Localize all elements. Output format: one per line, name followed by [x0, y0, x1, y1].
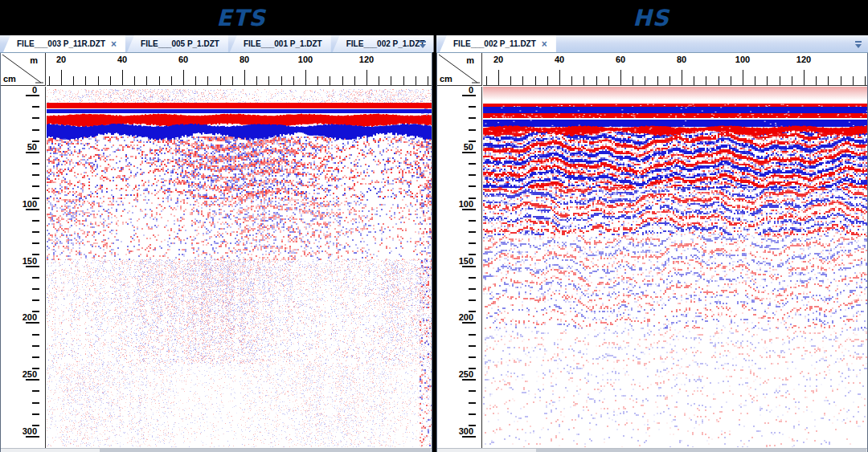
ruler-tick [469, 288, 476, 290]
scrollbar-thumb[interactable] [536, 449, 866, 452]
ruler-tick [583, 76, 584, 85]
ruler-tick [469, 220, 476, 222]
ruler-tick [379, 76, 379, 85]
ruler-tick [755, 76, 755, 85]
ruler-tick [49, 76, 50, 85]
radargram-canvas[interactable] [47, 87, 432, 447]
ruler-tick [469, 174, 476, 176]
ruler-tick [804, 70, 805, 85]
ruler-label: 80 [232, 55, 256, 64]
ruler-tick [767, 76, 768, 85]
ruler-tick [32, 356, 39, 358]
ruler-tick [559, 70, 560, 85]
vertical-unit-label: cm [440, 74, 452, 83]
radargram-canvas[interactable] [483, 87, 867, 447]
ruler-tick [853, 76, 854, 85]
tab-label: FILE___002 P_1.DZT [346, 39, 425, 48]
tab-label: FILE___005 P_1.DZT [141, 39, 219, 48]
ruler-corner: m cm [437, 53, 482, 86]
ruler-tick [620, 70, 621, 85]
tab-file-003-p-11r-dzt[interactable]: FILE___003 P_11R.DZT× [3, 35, 125, 52]
horizontal-ruler: 20406080100120 [47, 53, 432, 86]
ruler-label: 150 [1, 256, 37, 266]
ruler-tick [32, 220, 39, 222]
ruler-label: 150 [437, 256, 473, 266]
ruler-tick [207, 76, 208, 85]
ruler-tick [61, 70, 62, 85]
ruler-tick [469, 117, 476, 119]
tab-overflow-icon[interactable] [854, 41, 862, 49]
ruler-tick [232, 76, 233, 85]
ruler-label: 60 [608, 55, 633, 64]
ruler-tick [462, 322, 476, 324]
vertical-ruler: 050100150200250300 [437, 87, 482, 448]
ruler-tick [32, 299, 39, 301]
ruler-tick [469, 345, 476, 347]
overflow-bar [855, 41, 862, 43]
ruler-tick [73, 76, 74, 85]
vertical-ruler: 050100150200250300 [1, 87, 46, 448]
ruler-tick [146, 76, 147, 85]
ruler-label: 100 [293, 55, 317, 64]
scrollbar-thumb[interactable] [100, 449, 431, 452]
ruler-tick [110, 76, 111, 85]
horizontal-unit-label: m [466, 55, 474, 65]
ruler-tick [32, 345, 39, 347]
ruler-tick [469, 185, 476, 187]
ruler-tick [32, 277, 39, 279]
ruler-tick [469, 334, 476, 336]
panel-label-ets: ETS [216, 5, 265, 31]
tab-close-icon[interactable]: × [111, 40, 117, 48]
tab-file-002-p-11-dzt[interactable]: FILE___002 P_11.DZT× [440, 35, 556, 52]
horizontal-scrollbar[interactable] [1, 448, 432, 452]
ruler-tick [26, 209, 39, 210]
ruler-tick [32, 242, 39, 244]
horizontal-ruler: 20406080100120 [483, 53, 867, 86]
ruler-label: 300 [1, 426, 37, 436]
radargram-viewport[interactable] [47, 87, 432, 448]
ruler-tick [32, 413, 39, 415]
ruler-tick [706, 76, 706, 85]
tab-label: FILE___001 P_1.DZT [244, 39, 322, 48]
ruler-tick [469, 231, 476, 233]
ruler-tick [792, 76, 792, 85]
ruler-tick [428, 76, 428, 85]
tab-file-001-p-1-dzt[interactable]: FILE___001 P_1.DZT [230, 35, 331, 52]
ruler-tick [293, 76, 294, 85]
ruler-tick [366, 70, 367, 85]
gpr-panel-ets: FILE___003 P_11R.DZT×FILE___005 P_1.DZTF… [0, 35, 432, 452]
tab-close-icon[interactable]: × [542, 40, 547, 48]
tab-file-005-p-1-dzt[interactable]: FILE___005 P_1.DZT [127, 35, 228, 52]
ruler-tick [32, 117, 39, 119]
ruler-tick [780, 76, 780, 85]
ruler-tick [32, 334, 39, 336]
overflow-bar [420, 41, 426, 43]
ruler-label: 60 [171, 55, 195, 64]
radargram-viewport[interactable] [483, 87, 867, 448]
ruler-tick [633, 76, 633, 85]
ruler-tick [469, 390, 476, 392]
gpr-panel-hs: FILE___002 P_11.DZT× m cm 20406080100120… [436, 35, 868, 452]
ruler-tick [841, 76, 841, 85]
ruler-label: 80 [669, 55, 694, 64]
ruler-tick [571, 76, 572, 85]
ruler-label: 200 [437, 312, 473, 322]
ruler-tick [195, 76, 196, 85]
ruler-tick [98, 76, 99, 85]
ruler-label: 0 [437, 87, 473, 95]
ruler-label: 250 [437, 369, 473, 379]
tab-overflow-icon[interactable] [419, 41, 427, 49]
ruler-tick [462, 266, 476, 267]
ruler-tick [256, 76, 257, 85]
ruler-tick [403, 76, 404, 85]
ruler-label: 50 [437, 142, 473, 152]
ruler-label: 250 [1, 369, 37, 379]
horizontal-unit-label: m [30, 55, 38, 65]
overflow-triangle [420, 44, 426, 48]
horizontal-scrollbar[interactable] [437, 448, 867, 452]
ruler-label: 120 [354, 55, 379, 64]
ruler-tick [305, 70, 306, 85]
ruler-tick [32, 288, 39, 290]
ruler-label: 20 [49, 55, 73, 64]
tab-bar: FILE___003 P_11R.DZT×FILE___005 P_1.DZTF… [0, 35, 432, 53]
